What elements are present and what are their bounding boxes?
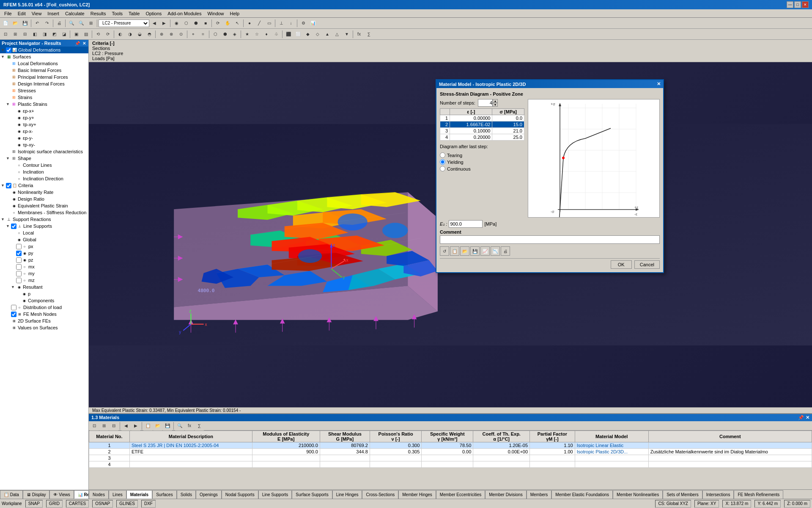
radio-tearing[interactable] — [440, 152, 445, 158]
tbl-tb-6[interactable]: 📋 — [143, 421, 153, 431]
bottom-tab-line-supports[interactable]: Line Supports — [258, 490, 292, 499]
tb-results[interactable]: 📊 — [308, 19, 318, 28]
tb-save[interactable]: 💾 — [20, 19, 30, 28]
tree-item-basic-forces[interactable]: ⊞ Basic Internal Forces — [0, 67, 88, 74]
mat-comment[interactable] — [648, 455, 812, 461]
tb2-35[interactable]: fx — [354, 30, 364, 39]
tree-item-px[interactable]: ○ px — [0, 243, 88, 250]
tb-3d[interactable]: ⬡ — [181, 19, 191, 28]
ss-row-num[interactable]: 4 — [440, 134, 450, 141]
bottom-tab-line-hinges[interactable]: Line Hinges — [332, 490, 362, 499]
tb2-36[interactable]: ∑ — [364, 30, 373, 39]
mat-alpha[interactable] — [473, 461, 530, 468]
mat-no[interactable]: 1 — [89, 442, 130, 449]
bottom-tab-members[interactable]: Members — [527, 490, 552, 499]
ss-row-num[interactable]: 1 — [440, 115, 450, 121]
bottom-tab-member-hinges[interactable]: Member Hinges — [398, 490, 436, 499]
bottom-tab-nodes[interactable]: Nodes — [89, 490, 109, 499]
tree-item-dist-load[interactable]: ○ Distribution of load — [0, 304, 88, 311]
tb-zoom-out[interactable]: 🔍 — [77, 19, 86, 28]
tb2-13[interactable]: ◑ — [125, 30, 134, 39]
dlg-tb-4[interactable]: 💾 — [470, 246, 480, 256]
tb2-34[interactable]: ▼ — [342, 30, 351, 39]
tree-item-ep-ym[interactable]: ◉ εp-y- — [0, 135, 88, 141]
bottom-tab-member-nonlinearities[interactable]: Member Nonlinearities — [613, 490, 663, 499]
tb2-26[interactable]: ♦ — [262, 30, 271, 39]
check-pz[interactable] — [16, 257, 22, 263]
tb2-11[interactable]: ⟳ — [103, 30, 112, 39]
bottom-tab-fe-mesh-refinements[interactable]: FE Mesh Refinements — [734, 490, 783, 499]
tb-open[interactable]: 📂 — [11, 19, 20, 28]
table-pin-btn[interactable]: 📌 — [798, 415, 804, 420]
check-px[interactable] — [16, 244, 22, 249]
mat-nu[interactable] — [370, 455, 421, 461]
nav-pin[interactable]: 📌 — [74, 41, 81, 46]
bottom-tab-solids[interactable]: Solids — [177, 490, 196, 499]
tb2-27[interactable]: ♧ — [272, 30, 281, 39]
dlg-tb-3[interactable]: 📂 — [460, 246, 469, 256]
mat-comment[interactable] — [648, 442, 812, 449]
glines-status[interactable]: GLINES — [116, 500, 138, 508]
mat-G[interactable] — [320, 455, 370, 461]
tb-calc[interactable]: ⚙ — [299, 19, 308, 28]
tb2-28[interactable]: ⬛ — [284, 30, 293, 39]
check-mx[interactable] — [16, 264, 22, 270]
tb2-18[interactable]: ⊙ — [176, 30, 186, 39]
tb-node[interactable]: ● — [245, 19, 254, 28]
e1-input[interactable] — [449, 220, 483, 228]
menu-options[interactable]: Options — [143, 10, 164, 17]
tree-item-components[interactable]: ◉ Components — [0, 297, 88, 304]
tb-print[interactable]: 🖨 — [55, 19, 64, 28]
tb2-32[interactable]: ▲ — [323, 30, 332, 39]
radio-yielding[interactable] — [440, 159, 445, 165]
tbl-tb-1[interactable]: ⊡ — [90, 421, 99, 431]
tree-item-principal-forces[interactable]: ⊞ Principal Internal Forces — [0, 74, 88, 80]
mat-no[interactable]: 2 — [89, 449, 130, 455]
menu-view[interactable]: View — [29, 10, 44, 17]
tree-item-ep-xp[interactable]: ◉ εp-x+ — [0, 108, 88, 114]
dlg-tb-7[interactable]: 🖨 — [501, 246, 510, 256]
tree-item-fe-mesh[interactable]: ⊞ FE Mesh Nodes — [0, 311, 88, 318]
tb2-33[interactable]: △ — [332, 30, 342, 39]
mat-desc[interactable]: Steel S 235 JR | DIN EN 10025-2:2005-04 — [129, 442, 252, 449]
tree-item-ep-yp[interactable]: ◉ εp-y+ — [0, 114, 88, 121]
mat-gamma[interactable] — [422, 461, 473, 468]
mat-model[interactable]: Isotropic Plastic 2D/3D... — [575, 449, 648, 455]
tb-zoom-fit[interactable]: ⊞ — [86, 19, 96, 28]
ss-epsilon[interactable]: 0.10000 — [450, 128, 492, 134]
view-tab-results[interactable]: 📊 Results — [74, 490, 89, 499]
mat-alpha[interactable]: 0.00E+00 — [473, 449, 530, 455]
mat-alpha[interactable] — [473, 455, 530, 461]
ss-sigma[interactable]: 0.0 — [492, 115, 524, 121]
mat-gamma[interactable]: 0.00 — [422, 449, 473, 455]
tree-item-inclination[interactable]: ○ Inclination — [0, 168, 88, 175]
snap-status[interactable]: SNAP — [25, 500, 43, 508]
osnap-status[interactable]: OSNAP — [92, 500, 113, 508]
maximize-btn[interactable]: □ — [794, 1, 801, 8]
load-case-combo[interactable]: LC2 - Pressure — [99, 19, 149, 27]
tb2-14[interactable]: ◒ — [135, 30, 144, 39]
mat-nu[interactable]: 0.305 — [370, 449, 421, 455]
tb2-2[interactable]: ⊞ — [11, 30, 20, 39]
check-mz[interactable] — [16, 278, 22, 283]
tb-load[interactable]: ↓ — [286, 19, 296, 28]
tree-item-shape[interactable]: ▼ ⊞ Shape — [0, 155, 88, 162]
mat-partial[interactable] — [530, 461, 575, 468]
menu-window[interactable]: Window — [205, 10, 226, 17]
menu-help[interactable]: Help — [228, 10, 242, 17]
3d-viewport[interactable]: 4800.0 x z y z x — [89, 62, 812, 407]
tbl-tb-3[interactable]: ⊟ — [109, 421, 118, 431]
tb-next-lc[interactable]: ▶ — [159, 19, 169, 28]
spin-down[interactable]: ▼ — [493, 103, 498, 107]
ss-epsilon[interactable]: 0.00000 — [450, 115, 492, 121]
menu-calculate[interactable]: Calculate — [63, 10, 87, 17]
tree-item-nonlin-rate[interactable]: ◉ Nonlinearity Rate — [0, 189, 88, 196]
tb2-3[interactable]: ⊟ — [20, 30, 30, 39]
tree-item-global-def[interactable]: ▼ 📊 Global Deformations — [0, 47, 88, 53]
steps-input[interactable] — [478, 99, 493, 107]
tree-item-design-forces[interactable]: ⊞ Design Internal Forces — [0, 80, 88, 87]
dlg-tb-1[interactable]: ↺ — [440, 246, 449, 256]
tb-rotate[interactable]: ⟳ — [213, 19, 222, 28]
tb2-24[interactable]: ★ — [242, 30, 252, 39]
grid-status[interactable]: GRID — [46, 500, 63, 508]
